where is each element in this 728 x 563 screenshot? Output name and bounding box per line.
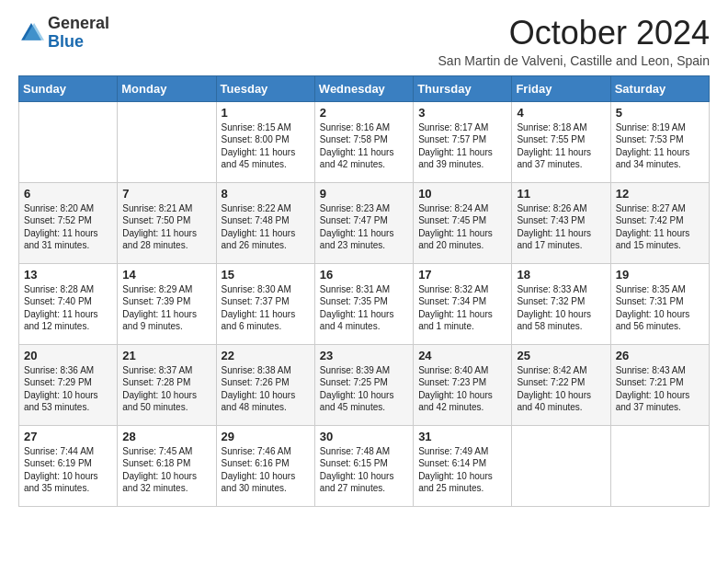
day-number: 4	[517, 106, 605, 120]
logo-text: General Blue	[48, 15, 109, 52]
day-number: 6	[24, 187, 112, 201]
day-info: Sunrise: 8:17 AMSunset: 7:57 PMDaylight:…	[418, 122, 493, 170]
day-cell-4-4: 31Sunrise: 7:49 AMSunset: 6:14 PMDayligh…	[414, 425, 512, 506]
day-info: Sunrise: 8:16 AMSunset: 7:58 PMDaylight:…	[320, 122, 394, 170]
day-info: Sunrise: 8:26 AMSunset: 7:43 PMDaylight:…	[517, 203, 591, 251]
day-info: Sunrise: 8:29 AMSunset: 7:39 PMDaylight:…	[122, 284, 197, 332]
month-title: October 2024	[438, 15, 710, 52]
day-number: 8	[222, 187, 310, 201]
day-cell-4-3: 30Sunrise: 7:48 AMSunset: 6:15 PMDayligh…	[314, 425, 413, 506]
page-header: General Blue October 2024 San Martin de …	[18, 15, 710, 68]
day-number: 16	[320, 268, 408, 282]
day-number: 19	[616, 268, 704, 282]
day-info: Sunrise: 8:27 AMSunset: 7:42 PMDaylight:…	[616, 203, 690, 251]
day-number: 29	[222, 430, 310, 443]
day-info: Sunrise: 8:21 AMSunset: 7:50 PMDaylight:…	[122, 203, 197, 251]
logo-blue: Blue	[48, 32, 84, 51]
day-number: 20	[24, 349, 112, 362]
day-info: Sunrise: 8:38 AMSunset: 7:26 PMDaylight:…	[222, 365, 296, 413]
day-number: 5	[616, 106, 704, 120]
header-friday: Friday	[512, 75, 610, 101]
day-cell-3-2: 22Sunrise: 8:38 AMSunset: 7:26 PMDayligh…	[216, 344, 314, 425]
day-number: 18	[517, 268, 605, 282]
day-cell-2-4: 17Sunrise: 8:32 AMSunset: 7:34 PMDayligh…	[414, 263, 512, 344]
day-cell-4-0: 27Sunrise: 7:44 AMSunset: 6:19 PMDayligh…	[19, 425, 118, 506]
calendar-body: 1Sunrise: 8:15 AMSunset: 8:00 PMDaylight…	[19, 101, 710, 506]
day-cell-0-0	[19, 101, 118, 182]
week-row-3: 13Sunrise: 8:28 AMSunset: 7:40 PMDayligh…	[19, 263, 710, 344]
day-cell-1-5: 11Sunrise: 8:26 AMSunset: 7:43 PMDayligh…	[512, 182, 610, 263]
day-cell-0-6: 5Sunrise: 8:19 AMSunset: 7:53 PMDaylight…	[610, 101, 709, 182]
day-info: Sunrise: 8:42 AMSunset: 7:22 PMDaylight:…	[517, 365, 591, 413]
day-number: 26	[616, 349, 704, 362]
header-sunday: Sunday	[19, 75, 118, 101]
day-cell-3-4: 24Sunrise: 8:40 AMSunset: 7:23 PMDayligh…	[414, 344, 512, 425]
day-info: Sunrise: 8:28 AMSunset: 7:40 PMDaylight:…	[24, 284, 98, 332]
day-number: 3	[418, 106, 506, 120]
logo: General Blue	[18, 15, 109, 52]
day-number: 28	[122, 430, 210, 443]
day-number: 11	[517, 187, 605, 201]
day-info: Sunrise: 8:33 AMSunset: 7:32 PMDaylight:…	[517, 284, 591, 332]
day-cell-3-3: 23Sunrise: 8:39 AMSunset: 7:25 PMDayligh…	[314, 344, 413, 425]
day-number: 2	[320, 106, 408, 120]
day-info: Sunrise: 8:40 AMSunset: 7:23 PMDaylight:…	[418, 365, 493, 413]
day-number: 31	[418, 430, 506, 443]
header-tuesday: Tuesday	[216, 75, 314, 101]
calendar-table: Sunday Monday Tuesday Wednesday Thursday…	[18, 75, 710, 507]
day-number: 17	[418, 268, 506, 282]
day-info: Sunrise: 8:22 AMSunset: 7:48 PMDaylight:…	[222, 203, 296, 251]
day-cell-4-5	[512, 425, 610, 506]
day-cell-2-2: 15Sunrise: 8:30 AMSunset: 7:37 PMDayligh…	[216, 263, 314, 344]
day-number: 12	[616, 187, 704, 201]
day-cell-0-5: 4Sunrise: 8:18 AMSunset: 7:55 PMDaylight…	[512, 101, 610, 182]
day-number: 25	[517, 349, 605, 362]
day-info: Sunrise: 8:30 AMSunset: 7:37 PMDaylight:…	[222, 284, 296, 332]
header-monday: Monday	[118, 75, 216, 101]
day-cell-1-2: 8Sunrise: 8:22 AMSunset: 7:48 PMDaylight…	[216, 182, 314, 263]
week-row-1: 1Sunrise: 8:15 AMSunset: 8:00 PMDaylight…	[19, 101, 710, 182]
day-info: Sunrise: 8:36 AMSunset: 7:29 PMDaylight:…	[24, 365, 98, 413]
day-number: 21	[122, 349, 210, 362]
day-number: 30	[320, 430, 408, 443]
day-cell-0-2: 1Sunrise: 8:15 AMSunset: 8:00 PMDaylight…	[216, 101, 314, 182]
calendar-header: Sunday Monday Tuesday Wednesday Thursday…	[19, 75, 710, 101]
day-number: 1	[222, 106, 310, 120]
day-number: 9	[320, 187, 408, 201]
header-row: Sunday Monday Tuesday Wednesday Thursday…	[19, 75, 710, 101]
day-info: Sunrise: 7:44 AMSunset: 6:19 PMDaylight:…	[24, 446, 98, 494]
day-info: Sunrise: 8:23 AMSunset: 7:47 PMDaylight:…	[320, 203, 394, 251]
day-number: 13	[24, 268, 112, 282]
day-cell-0-1	[118, 101, 216, 182]
day-info: Sunrise: 8:20 AMSunset: 7:52 PMDaylight:…	[24, 203, 98, 251]
day-cell-1-1: 7Sunrise: 8:21 AMSunset: 7:50 PMDaylight…	[118, 182, 216, 263]
day-info: Sunrise: 8:18 AMSunset: 7:55 PMDaylight:…	[517, 122, 591, 170]
week-row-5: 27Sunrise: 7:44 AMSunset: 6:19 PMDayligh…	[19, 425, 710, 506]
day-info: Sunrise: 8:39 AMSunset: 7:25 PMDaylight:…	[320, 365, 394, 413]
day-cell-4-6	[610, 425, 709, 506]
day-info: Sunrise: 7:46 AMSunset: 6:16 PMDaylight:…	[222, 446, 296, 494]
day-info: Sunrise: 8:24 AMSunset: 7:45 PMDaylight:…	[418, 203, 493, 251]
day-cell-3-1: 21Sunrise: 8:37 AMSunset: 7:28 PMDayligh…	[118, 344, 216, 425]
day-cell-1-4: 10Sunrise: 8:24 AMSunset: 7:45 PMDayligh…	[414, 182, 512, 263]
header-thursday: Thursday	[414, 75, 512, 101]
day-cell-0-4: 3Sunrise: 8:17 AMSunset: 7:57 PMDaylight…	[414, 101, 512, 182]
day-cell-2-1: 14Sunrise: 8:29 AMSunset: 7:39 PMDayligh…	[118, 263, 216, 344]
day-info: Sunrise: 7:48 AMSunset: 6:15 PMDaylight:…	[320, 446, 394, 494]
day-number: 23	[320, 349, 408, 362]
day-cell-4-2: 29Sunrise: 7:46 AMSunset: 6:16 PMDayligh…	[216, 425, 314, 506]
day-number: 15	[222, 268, 310, 282]
day-cell-2-3: 16Sunrise: 8:31 AMSunset: 7:35 PMDayligh…	[314, 263, 413, 344]
day-number: 10	[418, 187, 506, 201]
day-info: Sunrise: 8:15 AMSunset: 8:00 PMDaylight:…	[222, 122, 296, 170]
subtitle: San Martin de Valveni, Castille and Leon…	[438, 53, 710, 68]
day-cell-2-6: 19Sunrise: 8:35 AMSunset: 7:31 PMDayligh…	[610, 263, 709, 344]
day-cell-2-5: 18Sunrise: 8:33 AMSunset: 7:32 PMDayligh…	[512, 263, 610, 344]
day-cell-3-5: 25Sunrise: 8:42 AMSunset: 7:22 PMDayligh…	[512, 344, 610, 425]
title-block: October 2024 San Martin de Valveni, Cast…	[438, 15, 710, 68]
header-saturday: Saturday	[610, 75, 709, 101]
day-info: Sunrise: 8:43 AMSunset: 7:21 PMDaylight:…	[616, 365, 690, 413]
week-row-2: 6Sunrise: 8:20 AMSunset: 7:52 PMDaylight…	[19, 182, 710, 263]
week-row-4: 20Sunrise: 8:36 AMSunset: 7:29 PMDayligh…	[19, 344, 710, 425]
day-number: 14	[122, 268, 210, 282]
